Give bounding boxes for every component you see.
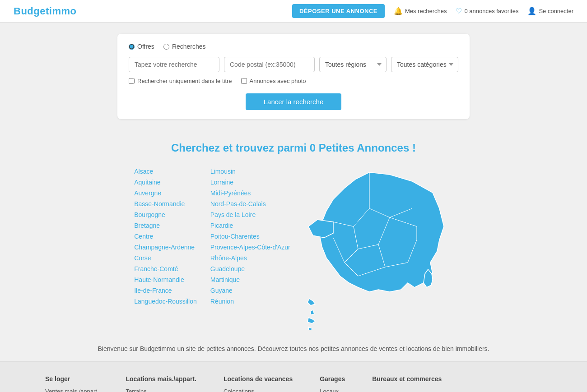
region-ile-de-france[interactable]: Ile-de-France — [134, 287, 197, 294]
nav-login-label: Se connecter — [539, 8, 573, 14]
footer-col-bureaux-title: Bureaux et commerces — [372, 375, 442, 383]
main-content: Cherchez et trouvez parmi 0 Petites Anno… — [0, 128, 587, 361]
region-haute-normandie[interactable]: Haute-Normandie — [134, 276, 197, 283]
search-text-input[interactable] — [129, 57, 219, 72]
regions-select[interactable]: Toutes régions — [319, 57, 387, 72]
martinique — [310, 310, 314, 315]
radio-recherches-input[interactable] — [163, 44, 169, 50]
region-centre[interactable]: Centre — [134, 233, 197, 240]
headline-dynamic: 0 Petites Annonces ! — [310, 142, 416, 154]
footer-col-locations-title: Locations mais./appart. — [126, 375, 196, 383]
regions-columns: Alsace Aquitaine Auvergne Basse-Normandi… — [134, 168, 290, 305]
categories-select[interactable]: Toutes catégories — [391, 57, 458, 72]
region-martinique[interactable]: Martinique — [210, 276, 290, 283]
region-poitou-charentes[interactable]: Poitou-Charentes — [210, 233, 290, 240]
guyane — [307, 318, 315, 323]
france-map-svg — [299, 168, 453, 330]
region-pays-de-la-loire[interactable]: Pays de la Loire — [210, 211, 290, 218]
region-basse-normandie[interactable]: Basse-Normandie — [134, 200, 197, 208]
region-limousin[interactable]: Limousin — [210, 168, 290, 175]
nav-login[interactable]: 👤 Se connecter — [527, 7, 573, 15]
regions-map: Alsace Aquitaine Auvergne Basse-Normandi… — [45, 168, 542, 332]
deposer-button[interactable]: DÉPOSER UNE ANNONCE — [292, 4, 385, 18]
map-container — [299, 168, 453, 332]
search-btn-row: Lancer la recherche — [129, 93, 458, 110]
region-col-left: Alsace Aquitaine Auvergne Basse-Normandi… — [134, 168, 197, 305]
headline: Cherchez et trouvez parmi 0 Petites Anno… — [45, 142, 542, 154]
footer-link-locaux[interactable]: Locaux — [320, 386, 345, 392]
region-guyane[interactable]: Guyane — [210, 287, 290, 294]
region-rhone-alpes[interactable]: Rhône-Alpes — [210, 254, 290, 262]
nav-favorites[interactable]: ♡ 0 annonces favorites — [456, 7, 518, 15]
footer-link-terrains[interactable]: Terrains — [126, 386, 196, 392]
user-icon: 👤 — [527, 7, 536, 15]
region-lorraine[interactable]: Lorraine — [210, 179, 290, 186]
logo: Budgetimmo — [14, 5, 76, 17]
brittany — [308, 220, 333, 238]
footer-link-ventes[interactable]: Ventes mais./appart. — [45, 386, 99, 392]
search-button[interactable]: Lancer la recherche — [246, 93, 342, 110]
checkbox-title-input[interactable] — [129, 78, 135, 84]
footer-col-vacances: Locations de vacances Colocations — [224, 375, 293, 392]
nav-favorites-label: 0 annonces favorites — [464, 8, 518, 14]
bell-icon: 🔔 — [394, 7, 403, 15]
footer-col-vacances-title: Locations de vacances — [224, 375, 293, 383]
radio-row: Offres Recherches — [129, 43, 458, 50]
footer-col-garages-title: Garages — [320, 375, 345, 383]
region-champagne-ardenne[interactable]: Champagne-Ardenne — [134, 244, 197, 251]
region-aquitaine[interactable]: Aquitaine — [134, 179, 197, 186]
nav-mes-recherches-label: Mes recherches — [405, 8, 447, 14]
postal-input[interactable] — [224, 57, 315, 72]
heart-icon: ♡ — [456, 7, 462, 15]
guadeloupe — [307, 299, 315, 305]
checkbox-title[interactable]: Rechercher uniquement dans le titre — [129, 78, 232, 84]
region-reunion[interactable]: Réunion — [210, 298, 290, 305]
footer-col-locations: Locations mais./appart. Terrains — [126, 375, 196, 392]
header-nav: DÉPOSER UNE ANNONCE 🔔 Mes recherches ♡ 0… — [292, 4, 573, 18]
reunion — [308, 327, 312, 330]
checkbox-photo-input[interactable] — [241, 78, 247, 84]
description: Bienvenue sur Budgetimmo un site de peti… — [45, 345, 542, 352]
footer-link-colocations[interactable]: Colocations — [224, 386, 293, 392]
region-bretagne[interactable]: Bretagne — [134, 222, 197, 229]
header: Budgetimmo DÉPOSER UNE ANNONCE 🔔 Mes rec… — [0, 0, 587, 23]
checkbox-photo[interactable]: Annonces avec photo — [241, 78, 306, 84]
region-guadeloupe[interactable]: Guadeloupe — [210, 265, 290, 272]
region-auvergne[interactable]: Auvergne — [134, 189, 197, 197]
region-midi-pyrenees[interactable]: Midi-Pyrénées — [210, 189, 290, 197]
radio-offres-input[interactable] — [129, 44, 135, 50]
region-franche-comte[interactable]: Franche-Comté — [134, 265, 197, 272]
search-box: Offres Recherches Toutes régions Toutes … — [117, 34, 470, 119]
footer-top: Se loger Ventes mais./appart. Locations … — [0, 361, 587, 392]
nav-mes-recherches[interactable]: 🔔 Mes recherches — [394, 7, 447, 15]
search-section: Offres Recherches Toutes régions Toutes … — [0, 23, 587, 128]
region-picardie[interactable]: Picardie — [210, 222, 290, 229]
region-alsace[interactable]: Alsace — [134, 168, 197, 175]
region-provence[interactable]: Provence-Alpes-Côte-d'Azur — [210, 244, 290, 251]
search-inputs-row: Toutes régions Toutes catégories — [129, 57, 458, 72]
footer-col-se-loger: Se loger Ventes mais./appart. — [45, 375, 99, 392]
region-languedoc-roussillon[interactable]: Languedoc-Roussillon — [134, 298, 197, 305]
region-col-right: Limousin Lorraine Midi-Pyrénées Nord-Pas… — [210, 168, 290, 305]
headline-static: Cherchez et trouvez parmi — [171, 142, 310, 154]
radio-recherches[interactable]: Recherches — [163, 43, 206, 50]
footer-col-garages: Garages Locaux — [320, 375, 345, 392]
footer-col-se-loger-title: Se loger — [45, 375, 99, 383]
region-nord-pas-de-calais[interactable]: Nord-Pas-de-Calais — [210, 200, 290, 208]
footer-col-bureaux: Bureaux et commerces — [372, 375, 442, 392]
checkbox-row: Rechercher uniquement dans le titre Anno… — [129, 78, 458, 84]
radio-offres[interactable]: Offres — [129, 43, 154, 50]
region-bourgogne[interactable]: Bourgogne — [134, 211, 197, 218]
region-corse[interactable]: Corse — [134, 254, 197, 262]
